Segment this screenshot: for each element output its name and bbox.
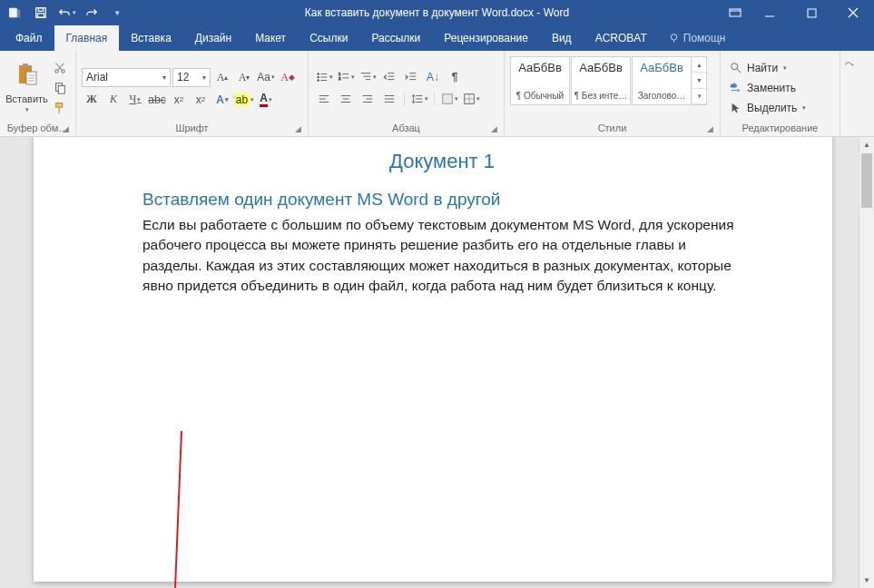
style-no-spacing[interactable]: АаБбВв ¶ Без инте… — [571, 56, 631, 105]
tab-mailings[interactable]: Рассылки — [359, 25, 432, 51]
line-spacing-icon[interactable]: ▾ — [409, 90, 429, 108]
style-normal[interactable]: АаБбВв ¶ Обычный — [510, 56, 570, 105]
ribbon-display-options-icon[interactable] — [722, 0, 749, 25]
maximize-button[interactable] — [791, 0, 832, 25]
align-right-icon[interactable] — [358, 90, 378, 108]
scroll-up-icon[interactable]: ▲ — [859, 137, 874, 152]
multilevel-list-icon[interactable]: ▾ — [358, 68, 378, 86]
decrease-indent-icon[interactable] — [379, 68, 399, 86]
bullets-icon[interactable]: ▾ — [314, 68, 334, 86]
style-preview: АаБбВв — [579, 61, 623, 74]
style-name: Заголово… — [638, 91, 686, 101]
word-app-icon[interactable] — [4, 2, 27, 24]
redo-icon[interactable] — [80, 2, 103, 24]
svg-text:ab: ab — [731, 82, 737, 88]
svg-point-11 — [671, 34, 677, 40]
ribbon-tabs: Файл Главная Вставка Дизайн Макет Ссылки… — [0, 25, 874, 51]
doc-title: Документ 1 — [142, 150, 741, 173]
change-case-icon[interactable]: Aa▾ — [256, 68, 276, 86]
show-marks-icon[interactable]: ¶ — [445, 68, 465, 86]
select-label: Выделить — [747, 102, 797, 114]
chevron-down-icon[interactable]: ▼ — [692, 73, 706, 88]
tab-layout[interactable]: Макет — [243, 25, 298, 51]
clear-formatting-icon[interactable]: A◆ — [278, 68, 298, 86]
tab-acrobat[interactable]: ACROBAT — [584, 25, 659, 51]
grow-font-icon[interactable]: A▴ — [212, 68, 232, 86]
underline-button[interactable]: Ч▾ — [125, 91, 145, 109]
svg-rect-5 — [730, 9, 741, 16]
minimize-button[interactable] — [749, 0, 791, 25]
font-color-icon[interactable]: A▾ — [256, 91, 276, 109]
tab-design[interactable]: Дизайн — [183, 25, 243, 51]
group-editing: Найти▾ ab Заменить Выделить▾ Редактирова… — [721, 51, 840, 136]
italic-button[interactable]: К — [103, 91, 123, 109]
style-name: ¶ Обычный — [516, 91, 564, 101]
shading-icon[interactable]: ▾ — [439, 90, 459, 108]
increase-indent-icon[interactable] — [401, 68, 421, 86]
font-name-select[interactable]: Arial▾ — [82, 68, 171, 87]
align-center-icon[interactable] — [336, 90, 356, 108]
tell-me[interactable]: Помощн — [659, 25, 735, 51]
subscript-button[interactable]: x2 — [169, 91, 189, 109]
tab-review[interactable]: Рецензирование — [432, 25, 540, 51]
tab-file[interactable]: Файл — [4, 25, 54, 51]
style-preview: АаБбВв — [640, 61, 683, 74]
tab-view[interactable]: Вид — [540, 25, 584, 51]
scroll-down-icon[interactable]: ▼ — [859, 573, 874, 588]
style-heading1[interactable]: АаБбВв Заголово… — [632, 56, 692, 105]
document-page-1[interactable]: Документ 1 Вставляем один документ MS Wo… — [34, 137, 832, 582]
collapse-ribbon-icon[interactable]: へ — [840, 54, 859, 73]
highlight-icon[interactable]: ab▾ — [234, 91, 254, 109]
tab-references[interactable]: Ссылки — [298, 25, 359, 51]
ribbon: Вставить ▾ Буфер обм…◢ Arial▾ 12▾ A▴ A▾ … — [0, 51, 874, 137]
superscript-button[interactable]: x2 — [191, 91, 211, 109]
title-bar: ▾ ▾ Как вставить документ в документ Wor… — [0, 0, 874, 25]
scrollbar-thumb[interactable] — [861, 153, 872, 208]
group-label-paragraph: Абзац — [392, 122, 420, 133]
group-paragraph: ▾ 12▾ ▾ A↓ ¶ ▾ ▾ ▾ Абзац◢ — [309, 51, 505, 136]
expand-icon[interactable]: ▾ — [692, 89, 706, 104]
svg-rect-23 — [58, 85, 64, 93]
replace-button[interactable]: ab Заменить — [730, 79, 830, 97]
borders-icon[interactable]: ▾ — [461, 90, 481, 108]
qat-customize-icon[interactable]: ▾ — [105, 2, 129, 24]
group-styles: АаБбВв ¶ Обычный АаБбВв ¶ Без инте… АаБб… — [505, 51, 721, 136]
format-painter-icon[interactable] — [50, 99, 70, 117]
select-button[interactable]: Выделить▾ — [730, 99, 830, 117]
tell-me-label: Помощн — [683, 32, 726, 44]
dialog-launcher-icon[interactable]: ◢ — [61, 124, 70, 133]
save-icon[interactable] — [29, 2, 53, 24]
undo-icon[interactable]: ▾ — [54, 2, 78, 24]
styles-gallery-expand[interactable]: ▲ ▼ ▾ — [692, 56, 707, 105]
doc-subtitle: Вставляем один документ MS Word в другой — [142, 190, 741, 210]
vertical-scrollbar[interactable]: ▲ ▼ — [859, 137, 874, 588]
justify-icon[interactable] — [379, 90, 399, 108]
paste-button[interactable]: Вставить ▾ — [5, 58, 48, 118]
dialog-launcher-icon[interactable]: ◢ — [293, 124, 302, 133]
font-size-select[interactable]: 12▾ — [172, 68, 211, 87]
group-font: Arial▾ 12▾ A▴ A▾ Aa▾ A◆ Ж К Ч▾ abc x2 x2… — [76, 51, 309, 136]
find-button[interactable]: Найти▾ — [730, 59, 830, 77]
bold-button[interactable]: Ж — [82, 91, 102, 109]
strikethrough-button[interactable]: abc — [147, 91, 167, 109]
shrink-font-icon[interactable]: A▾ — [234, 68, 254, 86]
cut-icon[interactable] — [50, 59, 70, 77]
align-left-icon[interactable] — [314, 90, 334, 108]
svg-text:2: 2 — [338, 76, 340, 81]
svg-rect-3 — [38, 8, 43, 12]
chevron-up-icon[interactable]: ▲ — [692, 57, 706, 73]
numbering-icon[interactable]: 12▾ — [336, 68, 356, 86]
sort-icon[interactable]: A↓ — [423, 68, 443, 86]
svg-rect-60 — [442, 94, 452, 104]
close-button[interactable] — [832, 0, 874, 25]
find-label: Найти — [747, 62, 778, 74]
text-effects-icon[interactable]: A▾ — [212, 91, 232, 109]
window-buttons — [722, 0, 874, 25]
copy-icon[interactable] — [50, 79, 70, 97]
style-preview: АаБбВв — [518, 61, 562, 74]
tab-insert[interactable]: Вставка — [119, 25, 183, 51]
dialog-launcher-icon[interactable]: ◢ — [489, 124, 498, 133]
svg-point-27 — [317, 76, 319, 78]
dialog-launcher-icon[interactable]: ◢ — [705, 124, 714, 133]
tab-home[interactable]: Главная — [54, 25, 120, 51]
